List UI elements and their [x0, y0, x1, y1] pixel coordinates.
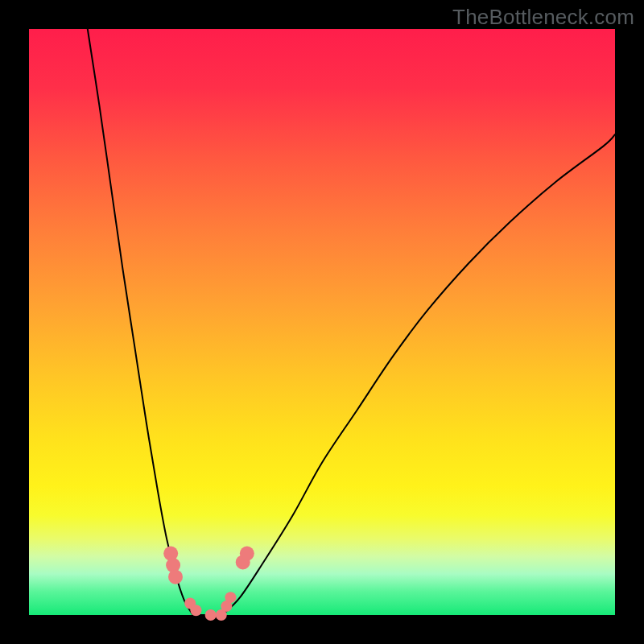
- chart-frame: TheBottleneck.com: [0, 0, 644, 644]
- chart-svg: [29, 29, 615, 615]
- curve-marker: [225, 592, 236, 603]
- curve-marker: [240, 547, 254, 561]
- curve-marker: [168, 570, 183, 584]
- watermark-text: TheBottleneck.com: [452, 5, 634, 30]
- bottleneck-curve: [88, 29, 615, 617]
- curve-markers: [163, 547, 254, 621]
- curve-marker: [190, 605, 201, 616]
- curve-marker: [205, 609, 217, 621]
- plot-area: [29, 29, 615, 615]
